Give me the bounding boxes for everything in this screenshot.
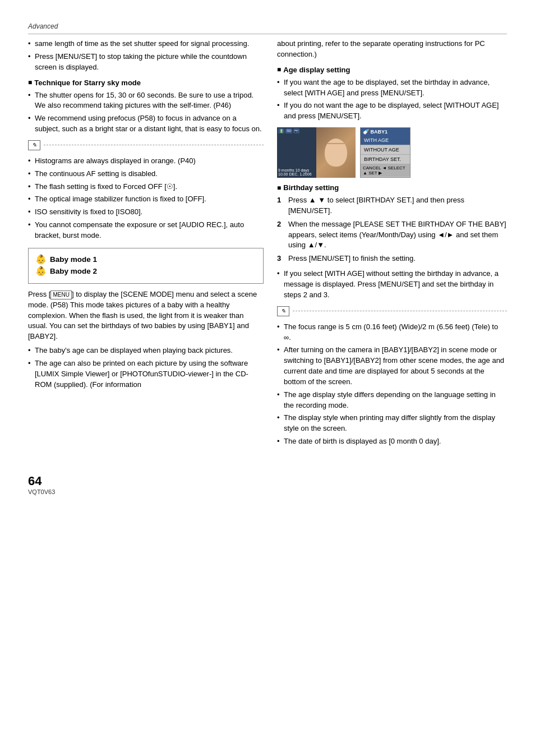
bullet-item: After turning on the camera in [BABY1]/[… (277, 345, 507, 387)
bullet-item: same length of time as the set shutter s… (28, 39, 264, 49)
menu-title: 🍼 BABY1 (361, 128, 410, 136)
age-heading: Age display setting (277, 66, 507, 74)
starry-heading: Technique for Starry sky mode (28, 79, 264, 87)
hud-camera: 📷 (293, 128, 299, 133)
bullet-item: If you want the age to be displayed, set… (277, 77, 507, 99)
age-bullets: If you want the age to be displayed, set… (277, 77, 507, 122)
bullet-item: Histograms are always displayed in orang… (28, 156, 264, 167)
printing-cont: about printing, refer to the separate op… (277, 39, 507, 60)
scene-title-2: 👶 Baby mode 2 (35, 266, 256, 276)
screen-baby-image (316, 127, 356, 178)
scene-bullets: The baby's age can be displayed when pla… (28, 345, 264, 390)
birthday-bullet: If you select [WITH AGE] without setting… (277, 269, 507, 301)
page-number: 64 (28, 474, 507, 488)
bullet-item: You cannot compensate the exposure or se… (28, 220, 264, 241)
screen-info: 9 months 10 days 10.00 DEC. 1.2006 (278, 168, 312, 176)
camera-screen-area: 🔋 SD 📷 3 9 months 10 days 10.00 DEC. 1.2… (277, 127, 507, 178)
bullet-item: The shutter opens for 15, 30 or 60 secon… (28, 90, 264, 112)
bullet-item: The display style when printing may diff… (277, 413, 507, 434)
scene-intro-text: Press [MENU] to display the [SCENE MODE]… (28, 289, 264, 342)
bullet-item: The baby's age can be displayed when pla… (28, 345, 264, 356)
scene-icon-1: 👶 (35, 254, 47, 265)
step-num-3: 3 (277, 253, 285, 264)
step-3: 3 Press [MENU/SET] to finish the setting… (277, 253, 507, 264)
bullet-item: The age can also be printed on each pict… (28, 358, 264, 390)
hud-battery: 🔋 (278, 128, 284, 133)
menu-panel: 🍼 BABY1 WITH AGE WITHOUT AGE BIRTHDAY SE… (360, 127, 411, 178)
note-divider-right: ✎ (277, 306, 507, 316)
page-code: VQT0V63 (28, 488, 507, 495)
bullet-item: The optical image stabilizer function is… (28, 194, 264, 205)
menu-item-with-age[interactable]: WITH AGE (361, 136, 410, 145)
menu-item-birthday[interactable]: BIRTHDAY SET. (361, 155, 410, 164)
note-bullets-right: The focus range is 5 cm (0.16 feet) (Wid… (277, 322, 507, 447)
bullet-item: The age display style differs depending … (277, 390, 507, 411)
menu-item-without-age[interactable]: WITHOUT AGE (361, 145, 410, 155)
bullet-item: We recommend using prefocus (P58) to foc… (28, 113, 264, 135)
hud-storage: SD (285, 128, 292, 133)
bullet-item: The date of birth is displayed as [0 mon… (277, 436, 507, 447)
bullet-item: The focus range is 5 cm (0.16 feet) (Wid… (277, 322, 507, 343)
page-footer: 64 VQT0V63 (28, 469, 507, 495)
right-column: about printing, refer to the separate op… (277, 39, 507, 453)
note-icon-right: ✎ (277, 306, 289, 316)
dashes-left (44, 145, 264, 145)
bullet-item: If you select [WITH AGE] without setting… (277, 269, 507, 301)
dashes-right (293, 311, 507, 311)
birthday-heading: Birthday setting (277, 183, 507, 192)
note-bullets-left: Histograms are always displayed in orang… (28, 156, 264, 241)
page-header: Advanced (28, 22, 507, 34)
step-1: 1 Press ▲ ▼ to select [BIRTHDAY SET.] an… (277, 195, 507, 216)
scene-title-1: 👶 Baby mode 1 (35, 254, 256, 265)
bullet-item: If you do not want the age to be display… (277, 100, 507, 122)
step-2: 2 When the message [PLEASE SET THE BIRTH… (277, 219, 507, 251)
step-num-2: 2 (277, 219, 285, 251)
screen-hud: 🔋 SD 📷 (278, 128, 299, 133)
step-num-1: 1 (277, 195, 285, 216)
bullet-item: The flash setting is fixed to Forced OFF… (28, 182, 264, 192)
scene-mode-box: 👶 Baby mode 1 👶 Baby mode 2 (28, 248, 264, 284)
baby-face (325, 139, 347, 167)
intro-bullets: same length of time as the set shutter s… (28, 39, 264, 73)
starry-bullets: The shutter opens for 15, 30 or 60 secon… (28, 90, 264, 135)
note-icon-left: ✎ (28, 140, 40, 150)
bullet-item: ISO sensitivity is fixed to [ISO80]. (28, 207, 264, 218)
bullet-item: The continuous AF setting is disabled. (28, 169, 264, 179)
scene-icon-2: 👶 (35, 266, 47, 276)
birthday-steps: 1 Press ▲ ▼ to select [BIRTHDAY SET.] an… (277, 195, 507, 264)
bullet-item: Press [MENU/SET] to stop taking the pict… (28, 52, 264, 73)
camera-screen: 🔋 SD 📷 3 9 months 10 days 10.00 DEC. 1.2… (277, 127, 356, 178)
note-divider-left: ✎ (28, 140, 264, 150)
menu-nav: CANCEL ◄ SELECT ▲ SET ▶ (361, 164, 410, 177)
left-column: same length of time as the set shutter s… (28, 39, 264, 453)
